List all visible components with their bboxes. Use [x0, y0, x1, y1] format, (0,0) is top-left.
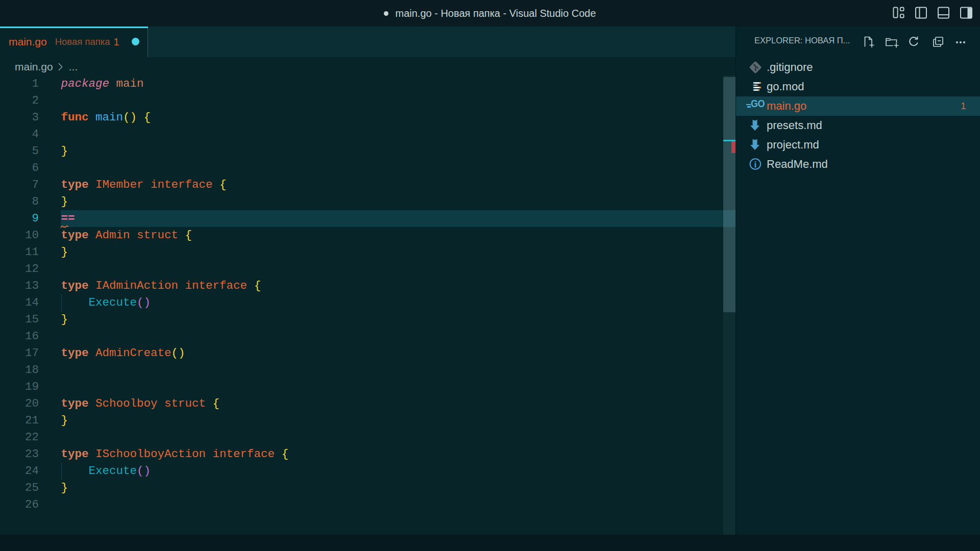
svg-text:i: i	[754, 160, 756, 169]
